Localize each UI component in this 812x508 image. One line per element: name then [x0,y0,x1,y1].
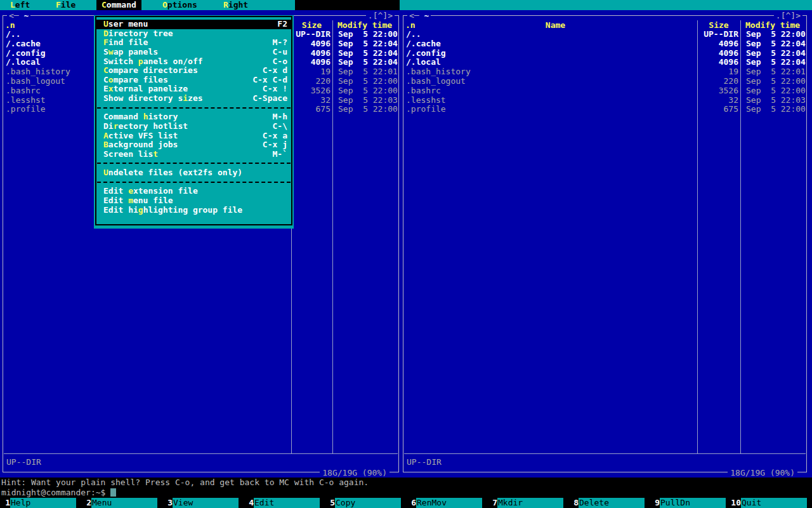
label-hotkey: t [153,150,158,159]
parent-dir-arrow-icon[interactable]: <─ [9,11,23,20]
menu-item-background-jobs[interactable]: Background jobsC-x j [96,140,291,150]
menu-item-external-panelize[interactable]: External panelizeC-x ! [96,84,291,94]
file-row[interactable]: /..UP--DIRSep 5 22:00 [404,30,806,39]
label-post: zes [188,94,202,104]
file-size: 3526 [690,86,738,96]
label-post: ompare directories [108,66,198,76]
menu-item-command-history[interactable]: Command historyM-h [96,112,291,122]
label-pre: Screen lis [103,150,153,159]
menu-item-edit-menu-file[interactable]: Edit menu file [96,196,291,206]
column-header-name[interactable]: Name [416,20,695,30]
menu-item-edit-highlighting-group-file[interactable]: Edit highlighting group file [96,206,291,215]
menu-item-find-file[interactable]: Find fileM-? [96,38,291,48]
menu-item-shortcut: C-x d [263,66,287,76]
fkey-menu[interactable]: 2Menu [81,498,162,508]
fkey-renmov[interactable]: 6RenMov [406,498,487,508]
column-header-size[interactable]: Size [697,20,740,30]
menu-item-user-menu[interactable]: User menuF2 [96,20,291,29]
file-size: 4096 [690,49,738,58]
fkey-label: Quit [741,498,807,508]
column-header-mtime[interactable]: Modify time [337,20,392,30]
prompt-text: midnight@commander:~$ [1,488,105,497]
fkey-delete[interactable]: 8Delete [568,498,650,508]
menu-item-shortcut: M-? [273,38,287,48]
panel-path[interactable]: <─ ~ [407,11,431,20]
free-space-label: 18G/19G (90%) [320,468,390,478]
fkey-label: View [173,498,239,508]
fkey-help[interactable]: 1Help [0,498,81,508]
panel-path[interactable]: <─ ~ [7,11,30,20]
menubar-item-command[interactable]: Command [96,0,141,10]
menu-item-directory-hotlist[interactable]: Directory hotlistC-\ [96,122,291,131]
fkey-label: Mkdir [497,498,563,508]
file-mtime: Sep 5 22:03 [746,96,806,105]
fkey-label: Delete [579,498,645,508]
file-row[interactable]: .bash_history19Sep 5 22:01 [404,67,806,77]
fkey-view[interactable]: 3View [162,498,244,508]
fkey-quit[interactable]: 10Quit [731,498,812,508]
menu-item-shortcut: M-h [273,112,287,122]
shell-prompt[interactable]: midnight@commander:~$ [1,488,812,498]
label-hotkey: U [103,20,108,29]
label-post: ackground jobs [108,140,178,150]
menubar: LeftFileCommandOptionsRight [0,0,812,10]
fkey-pulldn[interactable]: 9PullDn [650,498,731,508]
menu-item-shortcut: M-` [273,150,287,159]
file-row[interactable]: .lesshst32Sep 5 22:03 [404,96,806,105]
file-row[interactable]: /.config4096Sep 5 22:04 [404,49,806,58]
label-hotkey: g [138,206,143,215]
file-mtime: Sep 5 22:00 [746,105,806,114]
file-size: 32 [690,96,738,105]
label-hotkey: R [223,0,228,10]
file-mtime: Sep 5 22:04 [338,49,398,58]
file-mtime: Sep 5 22:04 [746,58,806,67]
menu-item-show-directory-sizes[interactable]: Show directory sizesC-Space [96,94,291,104]
menubar-item-options[interactable]: Options [157,0,202,10]
label-hotkey: w [108,48,114,57]
file-row[interactable]: /.local4096Sep 5 22:04 [404,58,806,67]
fkey-edit[interactable]: 4Edit [244,498,325,508]
fkey-copy[interactable]: 5Copy [325,498,406,508]
file-row[interactable]: .bash_logout220Sep 5 22:00 [404,77,806,86]
menu-item-edit-extension-file[interactable]: Edit extension file [96,187,291,196]
file-name: /.config [406,49,697,58]
menu-item-active-vfs-list[interactable]: Active VFS listC-x a [96,131,291,141]
menu-item-screen-list[interactable]: Screen listM-` [96,150,291,159]
label-post: ser menu [108,20,148,29]
label-hotkey: m [128,196,133,206]
column-header-mtime[interactable]: Modify time [745,20,800,30]
menu-item-shortcut: F2 [277,20,287,29]
terminal-cursor [110,488,116,497]
fkey-mkdir[interactable]: 7Mkdir [487,498,568,508]
menu-item-directory-tree[interactable]: Directory tree [96,29,291,39]
file-size: 220 [690,77,738,86]
fkey-label: Help [10,498,76,508]
panel-history-buttons[interactable]: .[^]> [366,11,395,20]
label-hotkey: x [108,84,114,94]
file-name: /.local [406,58,697,67]
parent-dir-arrow-icon[interactable]: <─ [409,11,424,20]
fkey-label: Edit [254,498,320,508]
file-row[interactable]: /.cache4096Sep 5 22:04 [404,39,806,49]
panel-history-buttons[interactable]: .[^]> [774,11,802,20]
menu-item-undelete-files-ext2fs-only[interactable]: Undelete files (ext2fs only) [96,168,291,178]
label-post: ndelete files (ext2fs only) [108,168,242,178]
label-pre: Switch [103,57,138,67]
fkey-label: RenMov [416,498,482,508]
file-row[interactable]: .profile675Sep 5 22:00 [404,105,806,114]
menu-item-switch-panels-on-off[interactable]: Switch panels on/offC-o [96,57,291,67]
menu-item-swap-panels[interactable]: Swap panelsC-u [96,48,291,57]
menu-item-compare-directories[interactable]: Compare directoriesC-x d [96,66,291,76]
file-row[interactable]: .bashrc3526Sep 5 22:00 [404,86,806,96]
label-post: ectory hotlist [118,122,188,131]
menubar-item-left[interactable]: Left [5,0,35,10]
menu-item-compare-files[interactable]: Compare filesC-x C-d [96,76,291,85]
label-hotkey: O [162,0,167,10]
label-hotkey: A [103,131,108,141]
column-header-size[interactable]: Size [291,20,332,30]
menubar-item-file[interactable]: File [51,0,81,10]
label-pre: Show directory s [103,94,183,104]
sort-marker: .n [5,20,15,30]
fkey-number: 4 [244,498,254,508]
menubar-item-right[interactable]: Right [218,0,253,10]
